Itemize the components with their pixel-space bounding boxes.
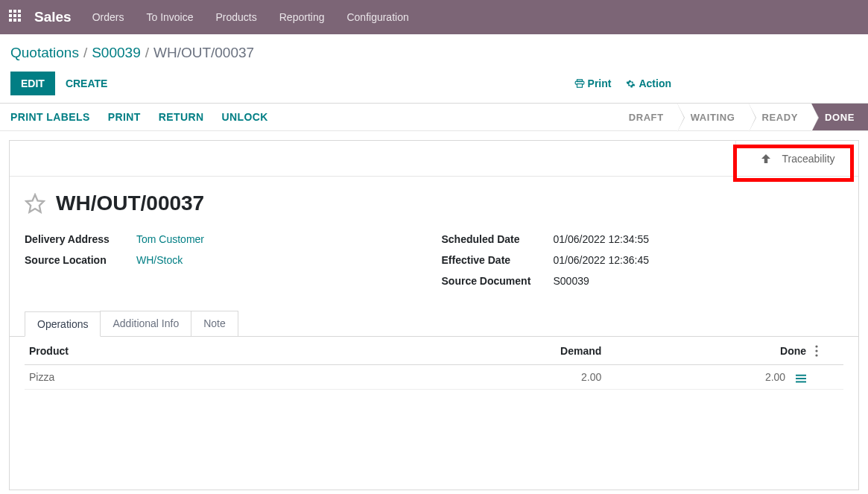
breadcrumb-parent[interactable]: S00039: [92, 45, 141, 61]
cell-product: Pizza: [25, 365, 410, 390]
top-navbar: Sales Orders To Invoice Products Reporti…: [0, 0, 868, 34]
apps-menu-icon[interactable]: [9, 10, 24, 25]
breadcrumb-current: WH/OUT/00037: [153, 45, 254, 61]
status-bar: DRAFT WAITING READY DONE: [615, 104, 868, 130]
kebab-icon: [815, 345, 818, 357]
effective-date-label: Effective Date: [442, 254, 554, 266]
cell-demand: 2.00: [410, 365, 606, 390]
source-location-value[interactable]: WH/Stock: [136, 254, 183, 266]
status-draft[interactable]: DRAFT: [615, 104, 677, 130]
tab-additional-info[interactable]: Additional Info: [100, 311, 191, 336]
nav-link-products[interactable]: Products: [216, 11, 257, 23]
arrow-up-icon: [759, 152, 773, 165]
col-product[interactable]: Product: [25, 337, 410, 365]
svg-marker-2: [26, 194, 43, 212]
scheduled-date-value: 01/06/2022 12:34:55: [554, 233, 649, 245]
operations-table: Product Demand Done Pizza 2.00 2.00: [25, 337, 843, 479]
print-button2[interactable]: PRINT: [108, 111, 141, 123]
tab-operations[interactable]: Operations: [25, 311, 101, 337]
svg-rect-7: [796, 378, 806, 379]
nav-links: Orders To Invoice Products Reporting Con…: [92, 11, 409, 23]
source-document-label: Source Document: [442, 275, 554, 287]
traceability-label: Traceability: [782, 153, 834, 165]
action-button[interactable]: Action: [626, 77, 671, 89]
cell-done-value: 2.00: [765, 371, 785, 383]
print-labels-button[interactable]: PRINT LABELS: [10, 111, 90, 123]
breadcrumb: Quotations / S00039 / WH/OUT/00037: [10, 45, 858, 61]
svg-point-3: [815, 346, 817, 348]
record-title: WH/OUT/00037: [56, 191, 204, 215]
nav-link-reporting[interactable]: Reporting: [279, 11, 325, 23]
status-done[interactable]: DONE: [811, 104, 868, 130]
col-done[interactable]: Done: [606, 337, 811, 365]
nav-link-configuration[interactable]: Configuration: [346, 11, 408, 23]
return-button[interactable]: RETURN: [159, 111, 204, 123]
nav-link-to-invoice[interactable]: To Invoice: [146, 11, 193, 23]
breadcrumb-root[interactable]: Quotations: [10, 45, 79, 61]
scheduled-date-label: Scheduled Date: [442, 233, 554, 245]
breadcrumb-sep: /: [83, 45, 87, 61]
source-document-value: S00039: [554, 275, 589, 287]
app-brand[interactable]: Sales: [34, 9, 72, 25]
svg-rect-1: [577, 84, 582, 88]
print-label: Print: [588, 77, 612, 89]
status-waiting[interactable]: WAITING: [677, 104, 749, 130]
status-ready[interactable]: READY: [749, 104, 812, 130]
source-location-label: Source Location: [25, 254, 136, 266]
table-row[interactable]: Pizza 2.00 2.00: [25, 365, 843, 390]
delivery-address-value[interactable]: Tom Customer: [136, 233, 204, 245]
form-sheet: Traceability WH/OUT/00037 Delivery Addre…: [9, 140, 859, 490]
gear-icon: [626, 79, 636, 89]
svg-rect-6: [796, 374, 806, 376]
print-button[interactable]: Print: [574, 77, 612, 89]
svg-rect-8: [796, 381, 806, 382]
traceability-button[interactable]: Traceability: [735, 141, 858, 176]
favorite-star-icon[interactable]: [25, 193, 45, 214]
edit-button[interactable]: EDIT: [10, 72, 55, 95]
delivery-address-label: Delivery Address: [25, 233, 136, 245]
col-demand[interactable]: Demand: [410, 337, 606, 365]
nav-link-orders[interactable]: Orders: [92, 11, 124, 23]
list-icon[interactable]: [796, 371, 806, 383]
unlock-button[interactable]: UNLOCK: [221, 111, 267, 123]
tab-note[interactable]: Note: [191, 311, 238, 336]
col-options[interactable]: [811, 337, 843, 365]
breadcrumb-sep: /: [145, 45, 149, 61]
effective-date-value: 01/06/2022 12:36:45: [554, 254, 649, 266]
create-button[interactable]: CREATE: [66, 77, 108, 89]
cell-done: 2.00: [606, 365, 811, 390]
svg-point-5: [815, 355, 817, 357]
action-label: Action: [639, 77, 671, 89]
svg-point-4: [815, 350, 817, 352]
print-icon: [574, 78, 585, 89]
